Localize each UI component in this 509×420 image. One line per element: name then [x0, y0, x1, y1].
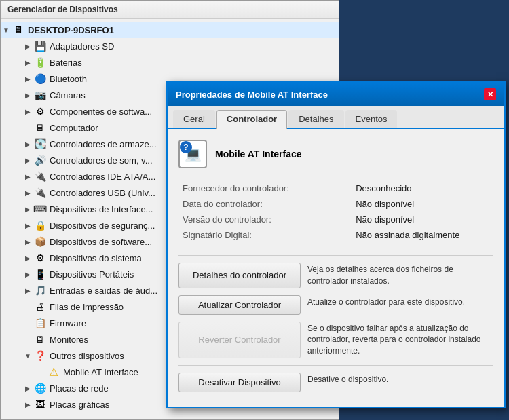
item-icon: 🔊 — [33, 153, 47, 167]
item-arrow: ▶ — [22, 287, 33, 294]
info-label: Signatário Digital: — [178, 227, 352, 243]
tree-item[interactable]: ▶ 🔋 Baterias — [1, 54, 339, 71]
tab-controlador[interactable]: Controlador — [216, 110, 287, 129]
bluetooth-icon: 🔵 — [33, 72, 47, 85]
item-arrow: ▶ — [22, 385, 33, 392]
update-driver-description: Atualize o controlador para este disposi… — [307, 295, 493, 315]
item-label: Placas de rede — [50, 383, 109, 394]
close-button[interactable]: ✕ — [484, 88, 496, 100]
item-label: Outros dispositivos — [50, 351, 124, 361]
root-label: DESKTOP-9DSRFO1 — [28, 25, 114, 35]
update-driver-button[interactable]: Atualizar Controlador — [178, 295, 301, 315]
item-arrow: ▶ — [22, 75, 33, 83]
item-label: Controladores de som, v... — [50, 155, 153, 166]
item-arrow: ▶ — [22, 189, 33, 197]
item-icon: 🎵 — [33, 284, 47, 297]
item-label: Adaptadores SD — [50, 41, 114, 52]
item-arrow: ▶ — [22, 140, 33, 148]
driver-details-description: Veja os detalhes acerca dos ficheiros de… — [307, 263, 493, 288]
info-row: Signatário Digital: Não assinada digital… — [178, 227, 493, 243]
root-arrow: ▼ — [1, 26, 12, 34]
item-arrow: ▶ — [22, 222, 33, 229]
item-icon: 🖥 — [33, 121, 47, 134]
item-arrow: ▶ — [22, 59, 33, 66]
item-icon: 🖨 — [33, 300, 47, 313]
item-label: Dispositivos de seguranç... — [50, 221, 155, 231]
item-arrow: ▶ — [22, 401, 33, 408]
item-arrow: ▶ — [22, 43, 33, 50]
info-value: Não disponível — [352, 212, 493, 227]
properties-dialog: Propriedades de Mobile AT Interface ✕ Ge… — [166, 81, 506, 408]
info-label: Versão do controlador: — [178, 212, 352, 227]
item-icon: 💾 — [33, 39, 47, 53]
root-icon: 🖥 — [12, 23, 25, 37]
info-row: Data do controlador: Não disponível — [178, 196, 493, 212]
dialog-title: Propriedades de Mobile AT Interface — [176, 90, 328, 100]
btn-row-1: Detalhes do controlador Veja os detalhes… — [178, 263, 493, 288]
item-icon: 📋 — [33, 316, 47, 330]
item-label: Monitores — [50, 335, 88, 345]
info-row: Versão do controlador: Não disponível — [178, 212, 493, 227]
item-icon: ⌨ — [33, 202, 47, 216]
item-icon: 🔌 — [33, 170, 47, 183]
item-label: Dispositivos de Interface... — [50, 204, 153, 214]
item-arrow: ▶ — [22, 92, 33, 99]
item-label: Computador — [50, 123, 98, 133]
item-arrow: ▶ — [22, 108, 33, 115]
item-label: Bluetooth — [50, 74, 87, 84]
item-label: Placas gráficas — [50, 400, 109, 410]
driver-info-table: Fornecedor do controlador: Desconhecido … — [178, 180, 493, 243]
item-icon: 🖥 — [33, 332, 47, 346]
info-label: Fornecedor do controlador: — [178, 180, 352, 196]
item-icon: ⚙ — [33, 251, 47, 265]
dialog-title-bar: Propriedades de Mobile AT Interface ✕ — [168, 83, 504, 106]
item-icon: ❓ — [33, 349, 47, 362]
item-label: Dispositivos Portáteis — [50, 269, 134, 280]
item-label: Dispositivos de software... — [50, 237, 152, 247]
tree-root-item[interactable]: ▼ 🖥 DESKTOP-9DSRFO1 — [1, 22, 339, 38]
item-icon: 📱 — [33, 267, 47, 281]
question-mark-icon: ? — [180, 141, 192, 153]
tab-detalhes[interactable]: Detalhes — [288, 110, 343, 128]
separator — [178, 255, 493, 256]
device-manager-title: Gerenciador de Dispositivos — [7, 5, 118, 14]
info-value: Não disponível — [352, 196, 493, 212]
item-icon: 🔋 — [33, 56, 47, 69]
item-label: Baterias — [50, 58, 82, 68]
device-icon: 💻 ? — [178, 140, 207, 168]
item-icon: 🔒 — [33, 218, 47, 232]
dialog-tabs: Geral Controlador Detalhes Eventos — [168, 106, 504, 129]
item-label: Câmaras — [50, 90, 86, 100]
tree-item[interactable]: ▶ 💾 Adaptadores SD — [1, 38, 339, 54]
device-header: 💻 ? Mobile AT Interface — [178, 140, 493, 168]
revert-driver-button[interactable]: Reverter Controlador — [178, 322, 301, 358]
tab-eventos[interactable]: Eventos — [345, 110, 398, 128]
tab-geral[interactable]: Geral — [173, 110, 215, 128]
item-label: Controladores IDE ATA/A... — [50, 172, 155, 182]
driver-details-button[interactable]: Detalhes do controlador — [178, 263, 301, 288]
item-label: Mobile AT Interface — [63, 367, 138, 377]
item-icon: 📦 — [33, 235, 47, 248]
separator-2 — [178, 365, 493, 366]
revert-driver-description: Se o dispositivo falhar após a atualizaç… — [307, 322, 493, 358]
item-icon: ⚙ — [33, 104, 47, 118]
item-arrow: ▶ — [22, 271, 33, 278]
item-arrow: ▶ — [22, 238, 33, 246]
item-label: Dispositivos do sistema — [50, 253, 142, 263]
item-arrow: ▶ — [22, 254, 33, 262]
item-arrow: ▶ — [22, 206, 33, 213]
item-icon: 📷 — [33, 88, 47, 102]
disable-device-button[interactable]: Desativar Dispositivo — [178, 373, 301, 392]
info-label: Data do controlador: — [178, 196, 352, 212]
btn-row-2: Atualizar Controlador Atualize o control… — [178, 295, 493, 315]
dialog-content: 💻 ? Mobile AT Interface Fornecedor do co… — [168, 129, 504, 407]
item-icon: 🔌 — [33, 186, 47, 199]
item-arrow: ▼ — [22, 352, 33, 360]
item-icon: 🖼 — [33, 398, 47, 411]
item-icon: 🌐 — [33, 381, 47, 395]
item-label: Filas de impressão — [50, 302, 124, 312]
item-arrow: ▶ — [22, 157, 33, 164]
item-label: Entradas e saídas de áud... — [50, 286, 157, 296]
info-value: Não assinada digitalmente — [352, 227, 493, 243]
item-label: Firmware — [50, 318, 86, 328]
